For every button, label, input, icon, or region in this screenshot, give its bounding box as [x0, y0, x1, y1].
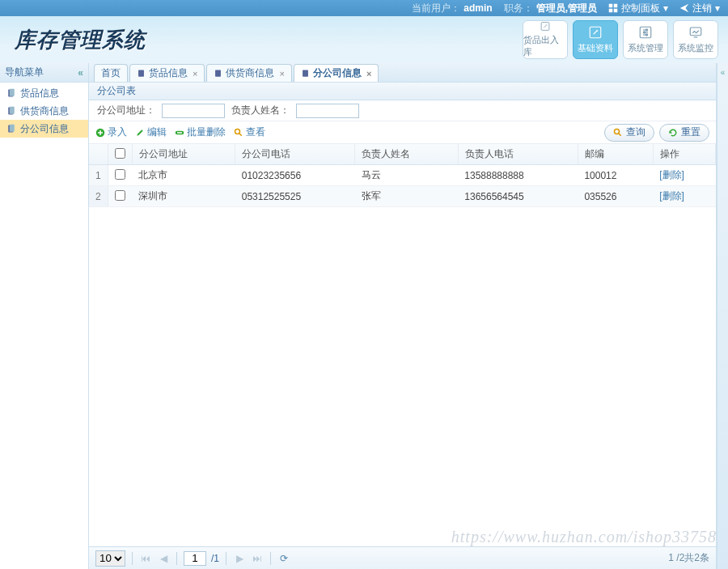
sidebar-title: 导航菜单 — [5, 66, 44, 79]
batch-delete-button[interactable]: 批量删除 — [175, 125, 226, 139]
current-role: 职务： 管理员,管理员 — [504, 2, 597, 15]
table-row[interactable]: 1北京市01023235656马云13588888888100012[删除] — [89, 165, 716, 186]
svg-rect-0 — [609, 4, 613, 8]
svg-rect-16 — [10, 89, 15, 96]
col-action[interactable]: 操作 — [653, 144, 715, 165]
header: 库存管理系统 货品出入库 基础资料 系统管理 系统监控 — [0, 16, 728, 63]
table-row[interactable]: 2深圳市05312525525张军13656564545035526[删除] — [89, 186, 716, 207]
tab-home[interactable]: 首页 — [94, 64, 128, 82]
logout-dropdown[interactable]: 注销 ▾ — [679, 2, 720, 15]
navtree: 货品信息 供货商信息 分公司信息 — [0, 83, 88, 139]
svg-rect-22 — [216, 70, 222, 76]
nav-basic[interactable]: 基础资料 — [573, 20, 618, 59]
settings-square-icon — [638, 25, 653, 40]
sidebar-item-supplier[interactable]: 供货商信息 — [0, 102, 88, 120]
col-select-all — [108, 144, 132, 165]
refresh-page-button[interactable]: ⟳ — [277, 552, 290, 565]
logout-label: 注销 — [692, 2, 712, 15]
topbar: 当前用户： admin 职务： 管理员,管理员 控制面板 ▾ 注销 ▾ — [0, 0, 728, 16]
page-input[interactable] — [184, 551, 206, 566]
row-checkbox[interactable] — [115, 190, 125, 201]
mgr-label: 负责人姓名： — [231, 104, 290, 117]
plus-icon — [95, 128, 105, 138]
tab-branch[interactable]: 分公司信息 × — [294, 64, 379, 82]
delete-link[interactable]: [删除] — [659, 190, 684, 202]
select-all-checkbox[interactable] — [115, 148, 125, 159]
row-checkbox-cell — [108, 186, 132, 207]
view-label: 查看 — [246, 125, 265, 139]
nav-sysmgr[interactable]: 系统管理 — [623, 20, 668, 59]
grid-icon — [608, 3, 618, 13]
close-icon[interactable]: × — [366, 69, 371, 79]
close-icon[interactable]: × — [193, 69, 197, 79]
sidebar-header: 导航菜单 « — [0, 63, 88, 83]
plane-icon — [679, 3, 689, 13]
add-button[interactable]: 录入 — [95, 125, 127, 139]
col-zip[interactable]: 邮编 — [578, 144, 653, 165]
query-button[interactable]: 查询 — [604, 124, 654, 142]
edit-button[interactable]: 编辑 — [135, 125, 167, 139]
svg-line-30 — [619, 133, 621, 135]
col-phone[interactable]: 分公司电话 — [235, 144, 355, 165]
collapse-right-panel[interactable]: « — [717, 63, 728, 569]
panel-title: 分公司表 — [89, 83, 716, 100]
doc-icon — [6, 124, 16, 134]
magnifier-icon — [613, 128, 623, 138]
cell-mgr-phone: 13656564545 — [458, 186, 578, 207]
view-button[interactable]: 查看 — [234, 125, 265, 139]
table-container: 分公司地址 分公司电话 负责人姓名 负责人电话 邮编 操作 1北京市010232… — [89, 144, 716, 546]
add-label: 录入 — [108, 125, 127, 139]
col-rownum — [89, 144, 108, 165]
minus-icon — [175, 128, 184, 138]
nav-sysmon-label: 系统监控 — [678, 42, 713, 54]
tab-label: 货品信息 — [149, 66, 188, 80]
svg-rect-20 — [10, 125, 15, 132]
tab-goods[interactable]: 货品信息 × — [129, 64, 205, 82]
refresh-icon — [668, 128, 678, 138]
row-checkbox[interactable] — [115, 169, 125, 180]
role-label: 职务： — [504, 2, 533, 15]
collapse-sidebar-icon[interactable]: « — [78, 67, 83, 79]
sidebar-item-label: 供货商信息 — [20, 104, 69, 118]
svg-rect-2 — [609, 9, 613, 13]
nav-inout[interactable]: 货品出入库 — [523, 20, 568, 59]
cell-phone: 05312525525 — [235, 186, 355, 207]
reset-button[interactable]: 重置 — [659, 124, 709, 142]
reset-label: 重置 — [681, 125, 700, 139]
app-title: 库存管理系统 — [15, 26, 146, 54]
nav-inout-label: 货品出入库 — [523, 34, 567, 58]
delete-link[interactable]: [删除] — [659, 169, 684, 180]
tab-supplier[interactable]: 供货商信息 × — [206, 64, 291, 82]
sidebar-item-label: 分公司信息 — [20, 122, 69, 136]
next-page-button[interactable]: ▶ — [233, 552, 246, 565]
addr-input[interactable] — [162, 104, 225, 118]
chevron-down-icon: ▾ — [715, 2, 720, 14]
col-mgr-phone[interactable]: 负责人电话 — [458, 144, 578, 165]
edit-square-icon — [538, 21, 552, 32]
first-page-button[interactable]: ⏮ — [139, 552, 152, 565]
sidebar: 导航菜单 « 货品信息 供货商信息 分公司信息 — [0, 63, 89, 569]
control-panel-label: 控制面板 — [621, 2, 660, 15]
svg-rect-13 — [690, 28, 701, 36]
sidebar-item-branch[interactable]: 分公司信息 — [0, 120, 88, 138]
sidebar-item-goods[interactable]: 货品信息 — [0, 84, 88, 102]
prev-page-button[interactable]: ◀ — [157, 552, 170, 565]
close-icon[interactable]: × — [279, 69, 284, 79]
nav-sysmon[interactable]: 系统监控 — [673, 20, 718, 59]
current-user: 当前用户： admin — [412, 2, 492, 15]
nav-basic-label: 基础资料 — [578, 42, 613, 54]
mgr-input[interactable] — [296, 104, 359, 118]
searchbar: 分公司地址： 负责人姓名： — [89, 100, 716, 121]
edit-label: 编辑 — [147, 125, 167, 139]
total-pages: /1 — [211, 553, 219, 564]
doc-icon — [301, 69, 310, 78]
svg-rect-1 — [614, 4, 618, 8]
cell-mgr: 张军 — [355, 186, 459, 207]
page-size-select[interactable]: 10 — [95, 550, 125, 567]
col-mgr[interactable]: 负责人姓名 — [355, 144, 459, 165]
control-panel-dropdown[interactable]: 控制面板 ▾ — [608, 2, 668, 15]
last-page-button[interactable]: ⏭ — [251, 552, 264, 565]
toolbar: 录入 编辑 批量删除 查看 查询 — [89, 121, 716, 144]
col-addr[interactable]: 分公司地址 — [132, 144, 235, 165]
chevron-down-icon: ▾ — [663, 2, 668, 14]
